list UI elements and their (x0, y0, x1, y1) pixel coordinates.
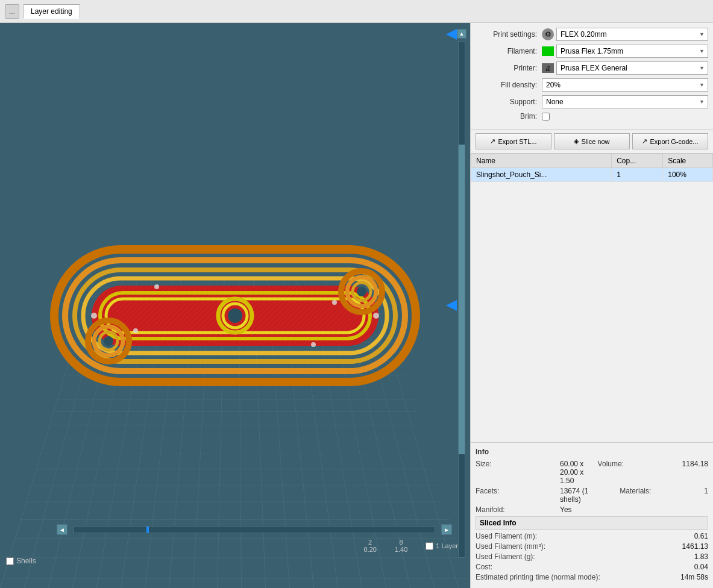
layer-decrease-btn[interactable]: ◄ (57, 524, 68, 535)
print-time-label: Estimated printing time (normal mode): (476, 573, 672, 581)
table-row[interactable]: Slingshot_Pouch_Si... 1 100% (471, 168, 713, 182)
slice-now-label: Slice now (581, 138, 609, 145)
svg-point-22 (154, 284, 159, 289)
col-copies-header: Cop... (612, 154, 663, 168)
svg-point-21 (373, 313, 379, 319)
manifold-row: Manifold: Yes (476, 505, 708, 514)
brim-control (542, 113, 708, 120)
filament-g-value: 1.83 (672, 552, 708, 561)
fill-density-label: Fill density: (476, 81, 542, 89)
export-gcode-button[interactable]: ↗ Export G-code... (632, 133, 708, 149)
layer-editing-tab[interactable]: Layer editing (23, 4, 80, 19)
3d-viewport[interactable]: ▲ ◄ ► 2 0.20 (0, 23, 470, 588)
layer-max-height: 1.40 (395, 546, 407, 553)
gear-icon: ⚙ (542, 28, 554, 40)
export-gcode-label: Export G-code... (650, 138, 698, 145)
one-layer-checkbox[interactable] (426, 542, 433, 550)
layer-max: 8 (395, 539, 407, 546)
volume-value: 1184.18 (682, 460, 708, 485)
filament-m-row: Used Filament (m): 0.61 (476, 532, 708, 540)
facets-value: 13674 (1 shells) (560, 487, 608, 504)
info-section: Info Size: 60.00 x 20.00 x 1.50 Volume: … (471, 442, 713, 588)
export-stl-icon: ↗ (490, 137, 495, 145)
info-title: Info (476, 448, 708, 456)
filament-select[interactable]: Prusa Flex 1.75mm (556, 45, 708, 58)
printer-control: 🖨 Prusa FLEX General (542, 61, 708, 75)
main-content: ▲ ◄ ► 2 0.20 (0, 23, 713, 588)
fill-density-select[interactable]: 20% (542, 78, 708, 92)
one-layer-label: 1 Layer (436, 542, 458, 549)
print-settings-control: ⚙ FLEX 0.20mm (542, 28, 708, 41)
layer-increase-btn[interactable]: ► (441, 524, 452, 535)
print-profile-wrapper: FLEX 0.20mm (556, 28, 708, 41)
filament-g-label: Used Filament (g): (476, 552, 672, 561)
print-settings-section: Print settings: ⚙ FLEX 0.20mm Filament: (471, 23, 713, 130)
shells-checkbox-label: Shells (6, 557, 36, 565)
svg-point-25 (332, 300, 337, 305)
empty-spacer (471, 182, 713, 442)
slice-icon: ◈ (574, 137, 579, 145)
svg-point-24 (133, 328, 138, 333)
brim-checkbox[interactable] (542, 113, 550, 120)
export-stl-button[interactable]: ↗ Export STL... (476, 133, 551, 149)
filament-control: Prusa Flex 1.75mm (542, 45, 708, 58)
filament-mm3-row: Used Filament (mm³): 1461.13 (476, 542, 708, 551)
materials-value: 1 (704, 487, 708, 504)
brim-row: Brim: (476, 112, 708, 120)
print-profile-select[interactable]: FLEX 0.20mm (556, 28, 708, 41)
filament-color-swatch (542, 46, 554, 56)
filament-row: Filament: Prusa Flex 1.75mm (476, 45, 708, 58)
viewport-bottom: ◄ ► 2 0.20 8 1.40 1 Layer (0, 522, 470, 588)
sliced-info-header: Sliced Info (476, 516, 708, 530)
filament-m-value: 0.61 (672, 532, 708, 540)
size-label: Size: (476, 460, 560, 485)
support-label: Support: (476, 98, 542, 106)
scroll-track[interactable] (458, 41, 465, 558)
scroll-thumb[interactable] (459, 145, 465, 454)
support-control: None (542, 95, 708, 108)
row-copies: 1 (612, 168, 663, 182)
viewport-scrollbar[interactable]: ▲ (457, 29, 466, 558)
filament-wrapper: Prusa Flex 1.75mm (556, 45, 708, 58)
brim-label: Brim: (476, 112, 542, 120)
layer-height: 0.20 (363, 546, 376, 553)
svg-point-23 (311, 342, 316, 347)
scroll-up-arrow[interactable]: ▲ (457, 29, 466, 39)
cost-row: Cost: 0.04 (476, 563, 708, 571)
ellipsis-tab[interactable]: ... (5, 4, 19, 19)
volume-label: Volume: (598, 460, 682, 485)
right-panel: Print settings: ⚙ FLEX 0.20mm Filament: (470, 23, 713, 588)
support-wrapper: None (542, 95, 708, 108)
printer-label: Printer: (476, 64, 542, 72)
print-time-value: 14m 58s (672, 573, 708, 581)
filament-label: Filament: (476, 47, 542, 55)
slice-now-button[interactable]: ◈ Slice now (554, 133, 630, 149)
3d-object (48, 213, 422, 418)
titlebar: ... Layer editing (0, 0, 713, 23)
row-name: Slingshot_Pouch_Si... (471, 168, 612, 182)
support-row: Support: None (476, 95, 708, 108)
object-table: Name Cop... Scale Slingshot_Pouch_Si... … (471, 154, 713, 182)
svg-point-16 (104, 336, 113, 346)
support-select[interactable]: None (542, 95, 708, 108)
fill-density-wrapper: 20% (542, 78, 708, 92)
shells-label: Shells (16, 557, 36, 565)
fill-density-control: 20% (542, 78, 708, 92)
cost-value: 0.04 (672, 563, 708, 571)
export-gcode-icon: ↗ (642, 137, 647, 145)
size-value: 60.00 x 20.00 x 1.50 (560, 460, 586, 485)
print-settings-row: Print settings: ⚙ FLEX 0.20mm (476, 28, 708, 41)
row-scale: 100% (663, 168, 713, 182)
manifold-value: Yes (560, 505, 572, 514)
manifold-label: Manifold: (476, 505, 560, 514)
svg-point-20 (91, 313, 97, 319)
print-time-row: Estimated printing time (normal mode): 1… (476, 573, 708, 581)
filament-mm3-label: Used Filament (mm³): (476, 542, 672, 551)
printer-select[interactable]: Prusa FLEX General (556, 61, 708, 75)
shells-checkbox[interactable] (6, 557, 14, 565)
fill-density-row: Fill density: 20% (476, 78, 708, 92)
svg-point-12 (357, 287, 366, 296)
facets-label: Facets: (476, 487, 560, 504)
printer-icon: 🖨 (542, 63, 554, 73)
col-name-header: Name (471, 154, 612, 168)
